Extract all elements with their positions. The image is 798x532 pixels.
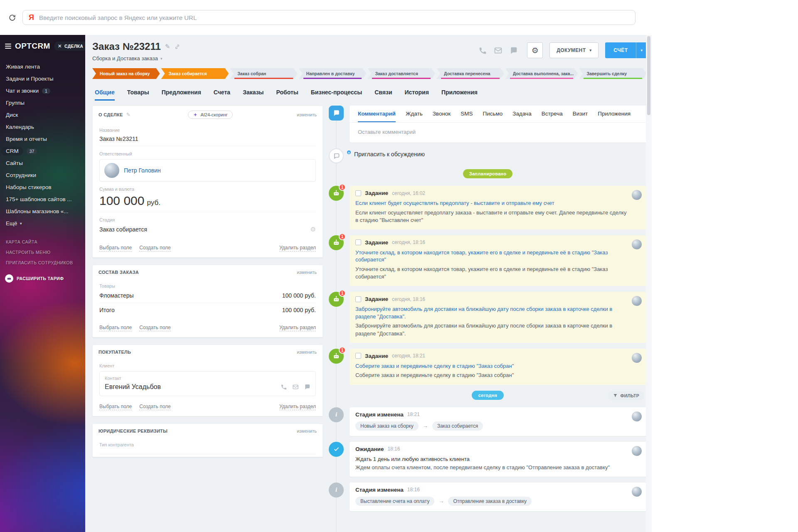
choose-field-link[interactable]: Выбрать поле [99,325,132,331]
sidebar-item-chat[interactable]: Чат и звонки1 [0,85,85,97]
tab-wait[interactable]: Ждать [406,111,423,122]
stage-delivery-done[interactable]: Доставка выполнена, зака... [505,68,578,79]
sidebar-item-tasks[interactable]: Задачи и Проекты [0,73,85,85]
task-card[interactable]: Задание сегодня, 18:16 Уточните склад, в… [350,235,647,286]
chat-icon[interactable] [304,384,310,390]
task-title-link[interactable]: Если клиент будет осуществлять предоплат… [355,200,628,207]
settings-gear-button[interactable]: ⚙ [527,42,543,58]
stage-delivery-postponed[interactable]: Доставка перенесена [436,68,504,79]
stage-new-order[interactable]: Новый заказ на сборку [92,68,160,79]
sidebar-item-more[interactable]: Ещё▾ [0,217,85,229]
tab-meeting[interactable]: Встреча [542,111,563,122]
deal-stage-value[interactable]: Заказ собирается [99,226,147,233]
edit-section-link[interactable]: изменить [297,112,317,117]
sidebar-item-calendar[interactable]: Календарь [0,121,85,133]
edit-section-link[interactable]: изменить [297,429,317,433]
mail-icon[interactable] [292,384,299,390]
invite-label[interactable]: Пригласить к обсуждению [354,151,425,158]
contact-name[interactable]: Евгений Усадьбов [105,383,161,391]
task-checkbox[interactable] [355,239,361,245]
tab-apps[interactable]: Приложения [598,111,631,122]
delete-section-link[interactable]: Удалить раздел [279,325,316,331]
task-checkbox[interactable] [355,190,361,196]
invite-to-discussion[interactable]: + Пригласить к обсуждению [350,148,647,158]
filter-button[interactable]: ФИЛЬТР [608,391,644,400]
tab-visit[interactable]: Визит [573,111,588,122]
tab-robots[interactable]: Роботы [276,89,298,101]
edit-section-link[interactable]: изменить [297,350,317,355]
tab-business-processes[interactable]: Бизнес-процессы [311,89,362,101]
counterparty-type-value[interactable] [99,447,316,454]
copy-link-icon[interactable] [174,44,180,50]
upgrade-plan-button[interactable]: РАСШИРИТЬ ТАРИФ [0,274,85,283]
choose-field-link[interactable]: Выбрать поле [99,245,132,251]
waiting-card[interactable]: Ожидание 18:16 Ждать 1 день или любую ак… [350,442,647,477]
tab-task[interactable]: Задача [512,111,531,122]
responsible-user-link[interactable]: Петр Головин [124,167,161,174]
tab-products[interactable]: Товары [127,89,149,101]
sidebar-item-time-reports[interactable]: Время и отчеты [0,133,85,145]
sidebar-item-stickers[interactable]: Наборы стикеров [0,181,85,193]
sidebar-item-crm[interactable]: CRM37 [0,145,85,157]
phone-icon[interactable] [478,46,487,55]
tab-general[interactable]: Общие [95,89,115,101]
task-card[interactable]: Задание сегодня, 18:16 Забронируйте авто… [350,292,647,342]
deal-funnel-selector[interactable]: Сборка и Доставка заказа ▾ [92,55,180,62]
task-checkbox[interactable] [355,353,361,359]
stage-sent-to-delivery[interactable]: Направлен в доставку [299,68,367,79]
edit-pencil-icon[interactable]: ✎ [165,43,170,50]
task-card[interactable]: Задание сегодня, 16:02 Если клиент будет… [350,186,647,229]
hamburger-menu-icon[interactable] [5,44,11,49]
task-title-link[interactable]: Соберите заказ и передвиньте сделку в ст… [355,362,628,370]
delete-section-link[interactable]: Удалить раздел [279,245,316,251]
phone-icon[interactable] [281,384,287,390]
chat-icon[interactable] [509,46,518,55]
responsible-box[interactable]: Петр Головин [99,159,316,182]
tab-orders[interactable]: Заказы [243,89,264,101]
document-button[interactable]: ДОКУМЕНТ ▾ [549,42,598,58]
invoice-button[interactable]: СЧЁТ ▾ [605,42,647,58]
sidebar-item-employees[interactable]: Сотрудники [0,169,85,181]
sidebar-item-disk[interactable]: Диск [0,109,85,121]
sidebar-link-configure-menu[interactable]: НАСТРОИТЬ МЕНЮ [6,250,79,255]
tab-quotes[interactable]: Предложения [162,89,201,101]
stage-change-card[interactable]: Стадия изменена 18:16 Выставление счета … [350,483,647,511]
table-row[interactable]: Фломастеры 100 000 руб. [99,288,316,303]
tab-apps[interactable]: Приложения [441,89,478,101]
sidebar-item-site-templates[interactable]: 175+ шаблонов сайтов ... [0,193,85,205]
sidebar-item-live-feed[interactable]: Живая лента [0,61,85,73]
tab-comment[interactable]: Комментарий [358,111,396,122]
deal-sum-row[interactable]: 100 000руб. [99,192,316,212]
task-checkbox[interactable] [355,296,361,302]
comment-input[interactable]: Оставьте комментарий [350,123,647,143]
deal-tab-chip[interactable]: ✕ СДЕЛКА [54,42,85,51]
edit-section-link[interactable]: изменить [297,270,317,275]
sidebar-link-invite-employees[interactable]: ПРИГЛАСИТЬ СОТРУДНИКОВ [6,260,79,265]
sidebar-item-sites[interactable]: Сайты [0,157,85,169]
stage-order-delivering[interactable]: Заказ доставляется [367,68,435,79]
scrollbar-thumb[interactable] [647,36,650,115]
tab-invoices[interactable]: Счета [214,89,230,101]
stage-order-assembled[interactable]: Заказ собран [230,68,298,79]
edit-pencil-icon[interactable]: ✎ [126,112,131,118]
refresh-icon[interactable] [7,12,17,23]
task-title-link[interactable]: Уточните склад, в котором находится това… [355,249,628,264]
sidebar-item-groups[interactable]: Группы [0,97,85,109]
delete-section-link[interactable]: Удалить раздел [279,404,316,410]
mail-icon[interactable] [494,46,502,55]
tab-sms[interactable]: SMS [461,111,473,122]
sidebar-link-sitemap[interactable]: КАРТА САЙТА [6,239,79,244]
ai-scoring-button[interactable]: AI24-скоринг [188,111,232,119]
create-field-link[interactable]: Создать поле [139,404,171,410]
tab-email[interactable]: Письмо [483,111,503,122]
contact-box[interactable]: Контакт Евгений Усадьбов [99,371,316,396]
stage-order-assembling[interactable]: Заказ собирается [161,68,229,79]
invoice-dropdown[interactable]: ▾ [636,42,647,58]
app-logo[interactable]: OPTCRM [15,42,50,51]
browser-search-field[interactable]: Я [22,10,635,25]
task-title-link[interactable]: Забронируйте автомобиль для доставки на … [355,305,628,320]
tab-call[interactable]: Звонок [433,111,451,122]
create-field-link[interactable]: Создать поле [139,245,171,251]
tab-history[interactable]: История [405,89,429,101]
stage-finish-deal[interactable]: Завершить сделку [579,68,647,79]
